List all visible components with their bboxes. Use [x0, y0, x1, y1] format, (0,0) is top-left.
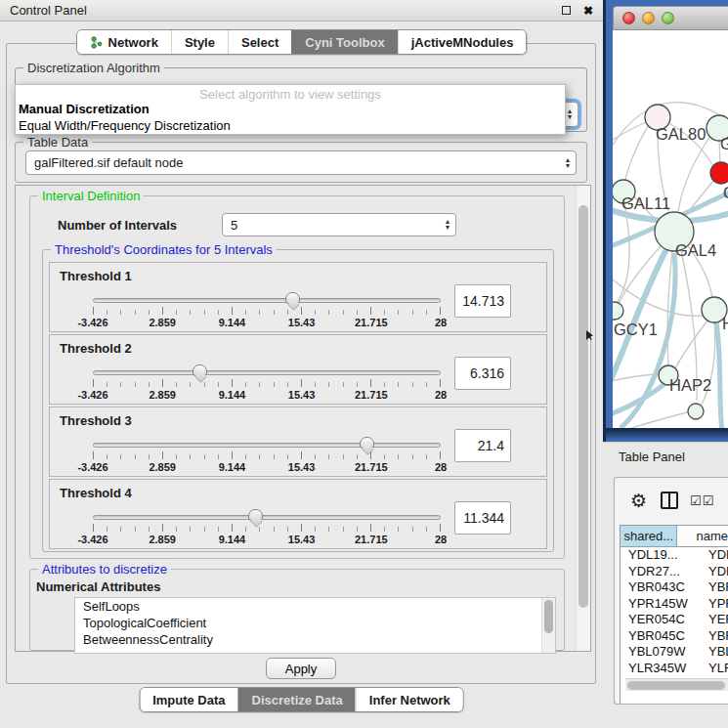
tab-style[interactable]: Style	[171, 30, 228, 54]
table-data-combobox[interactable]: galFiltered.sif default node ▴▾	[25, 150, 577, 175]
table-row[interactable]: YBR045CYBR0	[621, 628, 728, 645]
columns-icon[interactable]	[661, 492, 678, 509]
tab-impute-data[interactable]: Impute Data	[140, 688, 237, 711]
table-row[interactable]: YDL19...YDL1	[621, 547, 728, 564]
attribute-list-item[interactable]: TopologicalCoefficient	[75, 615, 555, 631]
combo-stepper-icon: ▴▾	[566, 157, 576, 169]
node-label-hap2: HAP2	[669, 376, 711, 394]
threshold-value-field[interactable]: 14.713	[454, 284, 511, 318]
table-row[interactable]: YPR145WYPR1	[621, 596, 728, 613]
float-window-icon[interactable]	[562, 6, 571, 15]
network-canvas[interactable]: GAL80 G C GAL11 GAL4 GCY1 H HAP2	[613, 30, 728, 428]
node-label-gal80: GAL80	[656, 125, 706, 143]
cyni-toolbox-panel: Discretization Algorithm ▴▾ Select algor…	[6, 43, 596, 684]
threshold-value-field[interactable]: 21.4	[454, 429, 511, 462]
table-row[interactable]: YBL079WYBL0	[621, 644, 728, 661]
table-panel-toolbar: ⚙ ☑☑	[615, 478, 728, 523]
apply-button[interactable]: Apply	[266, 658, 336, 679]
dropdown-option-equal-width-frequency[interactable]: Equal Width/Frequency Discretization	[16, 117, 565, 134]
threshold-panel: Threshold 1 -3.426 2.859 9.144 15.43	[49, 262, 547, 332]
table-row[interactable]: YLR345WYLR3	[621, 661, 728, 677]
node-partial-bottom[interactable]	[688, 404, 704, 419]
tab-cyni-toolbox[interactable]: Cyni Toolbox	[291, 30, 397, 54]
close-icon[interactable]: ✖	[583, 5, 593, 17]
threshold-value-field[interactable]: 6.316	[454, 357, 511, 390]
dropdown-option-manual-discretization[interactable]: Manual Discretization	[16, 101, 565, 117]
minimize-traffic-light-icon[interactable]	[642, 12, 655, 24]
slider-thumb[interactable]	[285, 292, 300, 304]
scale-label: 15.43	[288, 317, 316, 328]
slider-track[interactable]	[93, 370, 441, 375]
threshold-slider[interactable]: -3.426 2.859 9.144 15.43 21.715 28	[93, 437, 441, 474]
node-attribute-table[interactable]: shared... name YDL19...YDL1YDR27...YDR2Y…	[620, 525, 728, 704]
tab-jactivemnodules[interactable]: jActiveMNodules	[398, 30, 527, 54]
slider-thumb[interactable]	[248, 509, 263, 521]
node-highlighted-red[interactable]	[710, 162, 728, 184]
slider-track[interactable]	[93, 443, 441, 448]
threshold-slider[interactable]: -3.426 2.859 9.144 15.43 21.715 28	[93, 292, 441, 329]
column-header-name[interactable]: name	[677, 526, 728, 547]
settings-scroll-panel: Interval Definition Number of Intervals …	[15, 185, 591, 652]
slider-scale: -3.426 2.859 9.144 15.43 21.715 28	[93, 389, 441, 402]
threshold-panel: Threshold 3 -3.426 2.859 9.144 15.43	[49, 407, 547, 477]
slider-scale: -3.426 2.859 9.144 15.43 21.715 28	[93, 317, 441, 329]
scale-label: 21.715	[355, 389, 388, 401]
network-window-titlebar	[613, 6, 728, 30]
scale-label: 2.859	[149, 389, 176, 401]
zoom-traffic-light-icon[interactable]	[662, 12, 674, 24]
scrollbar-thumb[interactable]	[627, 681, 725, 690]
scale-label: 9.144	[219, 389, 246, 401]
tab-infer-network[interactable]: Infer Network	[356, 688, 463, 711]
gear-icon[interactable]: ⚙	[630, 492, 647, 510]
threshold-slider[interactable]: -3.426 2.859 9.144 15.43 21.715 28	[93, 364, 441, 402]
node-gcy1[interactable]	[613, 302, 623, 320]
checkbox-icons[interactable]: ☑☑	[690, 493, 714, 508]
scale-label: 9.144	[219, 317, 246, 328]
column-header-shared-name[interactable]: shared...	[621, 526, 677, 547]
scrollbar-thumb[interactable]	[578, 205, 588, 608]
control-panel-tabs: Network Style Select Cyni Toolbox jActiv…	[76, 29, 528, 55]
numerical-attributes-list[interactable]: SelfLoopsTopologicalCoefficientBetweenne…	[74, 597, 556, 654]
slider-track[interactable]	[93, 515, 441, 520]
table-row[interactable]: YER054CYER0	[621, 612, 728, 628]
slider-ticks	[93, 307, 441, 315]
threshold-slider[interactable]: -3.426 2.859 9.144 15.43 21.715 28	[93, 509, 441, 546]
slider-thumb[interactable]	[193, 364, 207, 376]
tab-select[interactable]: Select	[228, 30, 291, 54]
scale-label: 9.144	[219, 534, 246, 545]
interval-definition-group: Interval Definition Number of Intervals …	[29, 195, 565, 559]
threshold-value-field[interactable]: 11.344	[454, 501, 511, 535]
screen: Control Panel ✖ Network Style Select Cyn…	[0, 0, 728, 728]
number-of-intervals-combobox[interactable]: 5 ▴▾	[222, 213, 456, 236]
tab-discretize-data[interactable]: Discretize Data	[238, 688, 356, 711]
tab-network[interactable]: Network	[77, 30, 171, 54]
horizontal-scrollbar[interactable]	[625, 678, 728, 691]
numerical-attributes-label: Numerical Attributes	[36, 579, 160, 594]
close-traffic-light-icon[interactable]	[622, 12, 635, 24]
vertical-scrollbar[interactable]	[576, 186, 590, 651]
attribute-list-item[interactable]: SelfLoops	[75, 598, 555, 615]
control-panel: Control Panel ✖ Network Style Select Cyn…	[0, 0, 603, 728]
slider-track[interactable]	[93, 298, 441, 303]
scale-label: -3.426	[77, 389, 107, 401]
scale-label: 9.144	[219, 461, 246, 473]
slider-thumb[interactable]	[360, 437, 374, 449]
number-of-intervals-label: Number of Intervals	[58, 218, 177, 233]
dropdown-hint: Select algorithm to view settings	[16, 85, 565, 101]
attribute-list-item[interactable]: BetweennessCentrality	[75, 631, 555, 648]
slider-ticks	[93, 524, 441, 532]
tab-label: Impute Data	[152, 693, 225, 707]
scrollbar-thumb[interactable]	[544, 600, 553, 633]
node-label-partial: H	[722, 315, 728, 332]
table-row[interactable]: YBR043CYBR0	[621, 579, 728, 596]
table-row[interactable]: YDR27...YDR2	[621, 564, 728, 580]
scale-label: -3.426	[77, 317, 107, 328]
control-panel-titlebar: Control Panel ✖	[0, 0, 603, 21]
list-scrollbar[interactable]	[541, 598, 555, 653]
group-title: Discretization Algorithm	[23, 61, 164, 75]
threshold-panel: Threshold 2 -3.426 2.859 9.144 15.43	[49, 334, 547, 405]
scale-label: 28	[435, 534, 447, 545]
panel-title: Control Panel	[10, 3, 87, 18]
tab-label: Discretize Data	[252, 693, 343, 707]
algorithm-dropdown-popup: Select algorithm to view settings Manual…	[15, 84, 566, 135]
